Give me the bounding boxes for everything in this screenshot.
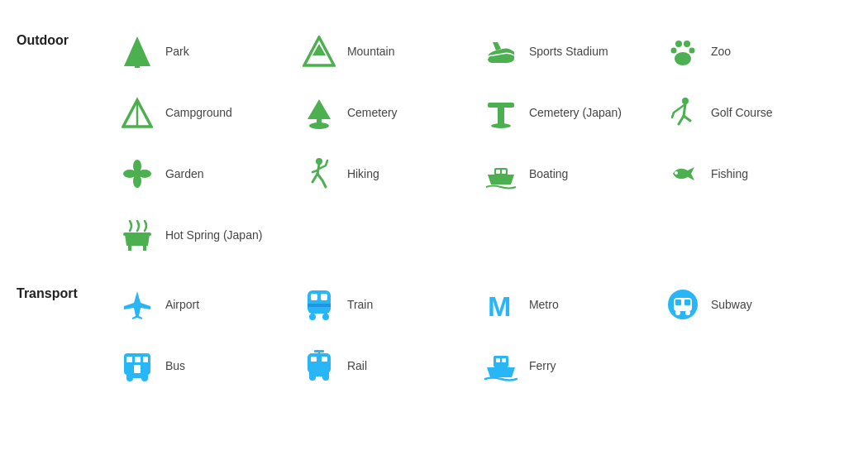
- svg-point-45: [685, 310, 690, 315]
- svg-rect-55: [311, 357, 317, 362]
- airport-icon: [119, 286, 155, 323]
- svg-marker-11: [308, 99, 331, 119]
- svg-rect-32: [311, 294, 317, 300]
- train-label: Train: [347, 297, 373, 312]
- svg-rect-37: [311, 312, 314, 317]
- list-item: Subway: [665, 278, 847, 331]
- transport-label: Transport: [17, 278, 116, 301]
- sports-stadium-label: Sports Stadium: [529, 44, 608, 59]
- svg-rect-33: [321, 294, 327, 300]
- svg-rect-63: [496, 358, 500, 362]
- svg-rect-15: [498, 103, 504, 124]
- list-item: Rail: [301, 339, 483, 392]
- svg-rect-30: [143, 246, 146, 251]
- rail-label: Rail: [347, 358, 367, 373]
- train-icon: [301, 286, 337, 323]
- svg-rect-48: [135, 357, 141, 362]
- list-item-empty: [665, 209, 847, 261]
- garden-icon: [119, 156, 155, 192]
- list-item-empty: [301, 209, 483, 261]
- ferry-icon: [483, 348, 519, 384]
- transport-grid: Airport: [119, 278, 847, 392]
- list-item: Ferry: [483, 339, 665, 392]
- list-item: Cemetery: [301, 86, 483, 139]
- list-item: Bus: [119, 339, 301, 392]
- list-item: Cemetery (Japan): [483, 86, 665, 139]
- outdoor-label: Outdoor: [17, 25, 116, 48]
- page: Outdoor Park: [0, 0, 868, 434]
- list-item: Zoo: [665, 25, 847, 78]
- svg-point-5: [684, 41, 690, 47]
- svg-rect-43: [684, 300, 690, 305]
- ferry-label: Ferry: [529, 358, 556, 373]
- svg-rect-54: [308, 353, 331, 373]
- svg-rect-56: [322, 357, 327, 362]
- svg-rect-49: [143, 357, 148, 362]
- svg-point-22: [133, 170, 141, 178]
- svg-rect-29: [128, 246, 131, 251]
- cemetery-japan-icon: [483, 94, 519, 131]
- svg-point-7: [689, 48, 694, 54]
- list-item: Train: [301, 278, 483, 331]
- svg-rect-50: [134, 365, 141, 373]
- svg-rect-38: [324, 312, 327, 317]
- rail-icon: [301, 348, 337, 384]
- transport-content: Airport: [119, 278, 847, 392]
- svg-point-16: [491, 123, 511, 128]
- svg-point-13: [309, 122, 329, 129]
- metro-icon: M: [483, 286, 519, 323]
- svg-text:M: M: [488, 290, 511, 321]
- svg-point-44: [675, 310, 680, 315]
- list-item-empty: [665, 339, 847, 392]
- boating-label: Boating: [529, 166, 568, 181]
- list-item: Park: [119, 25, 301, 78]
- list-item: Airport: [119, 278, 301, 331]
- svg-rect-53: [126, 373, 148, 378]
- svg-rect-64: [502, 358, 506, 362]
- cemetery-icon: [301, 94, 337, 131]
- list-item: Golf Course: [665, 86, 847, 139]
- hot-spring-icon: [119, 217, 155, 253]
- svg-rect-25: [496, 170, 500, 174]
- cemetery-label: Cemetery: [347, 105, 398, 120]
- cemetery-japan-label: Cemetery (Japan): [529, 105, 622, 120]
- list-item-empty: [483, 209, 665, 261]
- transport-section: Transport Airport: [17, 278, 851, 392]
- outdoor-grid: Park Mountain: [119, 25, 847, 261]
- hiking-label: Hiking: [347, 166, 379, 181]
- svg-marker-0: [124, 36, 150, 66]
- list-item: Hiking: [301, 147, 483, 200]
- garden-label: Garden: [165, 166, 204, 181]
- svg-rect-42: [675, 300, 681, 305]
- bus-icon: [119, 348, 155, 384]
- list-item: Garden: [119, 147, 301, 200]
- svg-point-6: [670, 48, 676, 54]
- park-icon: [119, 33, 155, 70]
- svg-rect-1: [135, 66, 140, 68]
- list-item: Sports Stadium: [483, 25, 665, 78]
- outdoor-section: Outdoor Park: [17, 25, 851, 261]
- hiking-icon: [301, 156, 337, 192]
- park-label: Park: [165, 44, 189, 59]
- fishing-icon: [665, 156, 701, 192]
- golf-course-label: Golf Course: [711, 105, 773, 120]
- golf-course-icon: [665, 94, 701, 131]
- campground-icon: [119, 94, 155, 131]
- boating-icon: [483, 156, 519, 192]
- svg-point-4: [675, 41, 682, 47]
- svg-rect-62: [494, 356, 508, 367]
- sports-stadium-icon: [483, 33, 519, 70]
- campground-label: Campground: [165, 105, 232, 120]
- list-item: Boating: [483, 147, 665, 200]
- airport-label: Airport: [165, 297, 199, 312]
- mountain-label: Mountain: [347, 44, 395, 59]
- list-item: M Metro: [483, 278, 665, 331]
- svg-point-27: [675, 171, 678, 175]
- svg-rect-26: [502, 170, 506, 174]
- hot-spring-label: Hot Spring (Japan): [165, 228, 263, 242]
- svg-rect-34: [308, 304, 331, 307]
- fishing-label: Fishing: [711, 166, 748, 181]
- svg-rect-61: [309, 372, 329, 376]
- svg-rect-28: [123, 232, 151, 236]
- subway-label: Subway: [711, 297, 752, 312]
